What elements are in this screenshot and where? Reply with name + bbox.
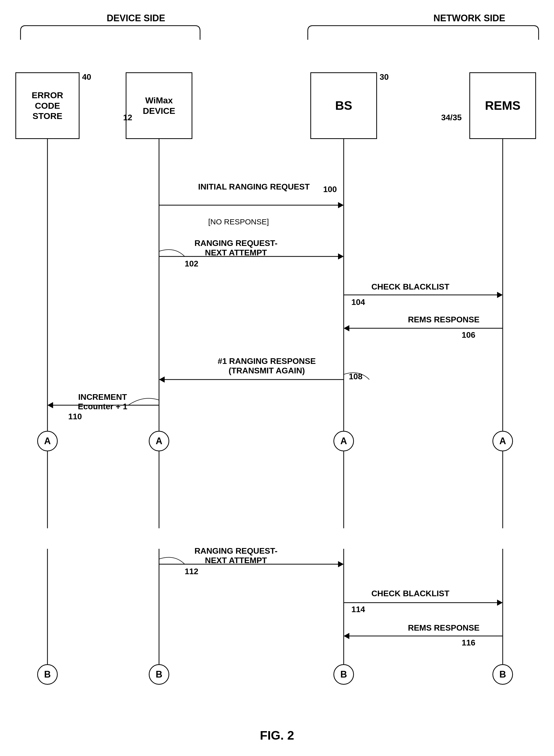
ranging-request-next-1-label: RANGING REQUEST- NEXT ATTEMPT: [164, 238, 308, 257]
ref-104: 104: [351, 297, 365, 307]
device-side-label: DEVICE SIDE: [64, 13, 208, 23]
network-side-label: NETWORK SIDE: [380, 13, 554, 23]
connector-a3: A: [333, 431, 354, 451]
svg-marker-17: [497, 292, 503, 298]
ranging-response-1-label: #1 RANGING RESPONSE (TRANSMIT AGAIN): [208, 356, 326, 375]
connector-a1: A: [37, 431, 58, 451]
ref-112: 112: [185, 567, 198, 576]
ref-34-35: 34/35: [441, 113, 462, 122]
connector-b1: B: [37, 664, 58, 685]
ref-40: 40: [82, 72, 91, 82]
svg-marker-15: [338, 253, 344, 259]
svg-marker-23: [47, 402, 53, 408]
ref-30: 30: [380, 72, 389, 82]
ref-12: 12: [123, 113, 132, 122]
figure-label: FIG. 2: [226, 728, 328, 742]
bs-box: BS: [310, 72, 377, 139]
svg-marker-19: [344, 325, 349, 331]
connector-b4: B: [492, 664, 513, 685]
ref-114: 114: [351, 605, 365, 614]
svg-marker-21: [159, 376, 165, 383]
rems-response-1-label: REMS RESPONSE: [400, 315, 487, 325]
ref-116: 116: [462, 638, 475, 647]
connector-b3: B: [333, 664, 354, 685]
rems-box: REMS: [469, 72, 536, 139]
svg-marker-25: [338, 561, 344, 567]
check-blacklist-1-label: CHECK BLACKLIST: [351, 282, 469, 292]
ranging-request-next-2-label: RANGING REQUEST- NEXT ATTEMPT: [164, 546, 308, 565]
ref-100: 100: [323, 185, 337, 194]
svg-marker-13: [338, 202, 344, 208]
no-response-label: [NO RESPONSE]: [169, 218, 308, 226]
initial-ranging-request-label: INITIAL RANGING REQUEST: [179, 182, 328, 191]
connector-b2: B: [149, 664, 169, 685]
check-blacklist-2-label: CHECK BLACKLIST: [351, 589, 469, 598]
rems-response-2-label: REMS RESPONSE: [400, 623, 487, 633]
connector-a4: A: [492, 431, 513, 451]
diagram: DEVICE SIDE NETWORK SIDE ERROR CODE STOR…: [0, 0, 554, 756]
ref-102: 102: [185, 259, 198, 269]
ref-106: 106: [462, 330, 475, 340]
wimax-device-box: WiMax DEVICE: [126, 72, 192, 139]
error-code-store-box: ERROR CODE STORE: [15, 72, 79, 139]
increment-label: INCREMENT Ecounter + 1: [59, 392, 146, 411]
svg-marker-29: [344, 633, 349, 639]
connector-a2: A: [149, 431, 169, 451]
ref-110: 110: [68, 412, 82, 421]
svg-marker-27: [497, 599, 503, 606]
ref-108: 108: [349, 372, 363, 381]
